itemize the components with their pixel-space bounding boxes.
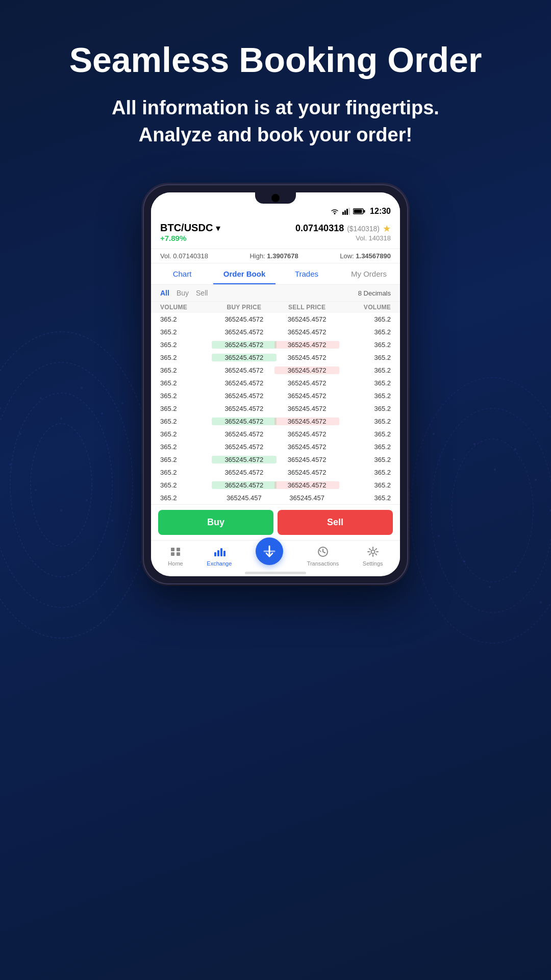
sell-price: 365245.4572 — [276, 392, 338, 400]
buy-price: 365245.4572 — [213, 354, 276, 361]
nav-settings[interactable]: Settings — [363, 545, 383, 567]
order-row[interactable]: 365.2 365245.4572 365245.4572 365.2 — [151, 415, 400, 428]
vol-right: 365.2 — [338, 354, 391, 361]
filter-buy[interactable]: Buy — [177, 289, 189, 297]
buy-button[interactable]: Buy — [158, 510, 273, 535]
battery-icon — [353, 208, 365, 214]
svg-point-4 — [0, 407, 1, 409]
header-vol-left: VOLUME — [160, 304, 213, 311]
nav-exchange[interactable]: Exchange — [207, 545, 232, 567]
svg-point-5 — [19, 433, 21, 435]
favorite-icon[interactable]: ★ — [383, 223, 391, 234]
vol-left: 365.2 — [160, 392, 213, 400]
svg-point-2 — [10, 393, 112, 577]
vol-right: 365.2 — [338, 379, 391, 387]
nav-center-btn[interactable] — [256, 547, 283, 565]
svg-point-18 — [452, 439, 533, 582]
order-row[interactable]: 365.2 365245.4572 365245.4572 365.2 — [151, 389, 400, 402]
price-change: +7.89% — [160, 234, 220, 242]
filter-all[interactable]: All — [160, 289, 169, 297]
sell-price: 365245.4572 — [276, 469, 338, 476]
vol-right: 365.2 — [338, 418, 391, 425]
order-row[interactable]: 365.2 365245.4572 365245.4572 365.2 — [151, 351, 400, 364]
page-header: Seamless Booking Order All information i… — [39, 0, 513, 164]
order-row[interactable]: 365.2 365245.4572 365245.4572 365.2 — [151, 313, 400, 326]
order-table-header: VOLUME BUY PRICE SELL PRICE VOLUME — [151, 302, 400, 313]
buy-price: 365245.4572 — [213, 366, 276, 374]
vol-left: 365.2 — [160, 469, 213, 476]
svg-rect-46 — [223, 551, 226, 556]
decimals-selector[interactable]: 8 Decimals — [358, 289, 391, 297]
vol-left: 365.2 — [160, 328, 213, 336]
tab-trades[interactable]: Trades — [276, 263, 338, 284]
order-row[interactable]: 365.2 365245.4572 365245.4572 365.2 — [151, 364, 400, 377]
vol-left: 365.2 — [160, 379, 213, 387]
pair-label: BTC/USDC — [160, 222, 213, 234]
svg-point-27 — [463, 560, 465, 562]
vol-right: 365.2 — [338, 392, 391, 400]
bg-wave-left — [0, 306, 163, 664]
order-row[interactable]: 365.2 365245.4572 365245.4572 365.2 — [151, 338, 400, 351]
svg-point-26 — [438, 535, 440, 537]
app-stats: Vol. 0.07140318 High: 1.3907678 Low: 1.3… — [151, 249, 400, 263]
vol-right: 365.2 — [338, 494, 391, 502]
svg-point-19 — [433, 433, 435, 435]
nav-transactions-label: Transactions — [307, 560, 339, 567]
order-row[interactable]: 365.2 365245.4572 365245.4572 365.2 — [151, 428, 400, 440]
sell-price: 365245.4572 — [276, 456, 338, 463]
order-row[interactable]: 365.2 365245.4572 365245.4572 365.2 — [151, 377, 400, 389]
volume-label: Vol. 140318 — [295, 234, 391, 242]
buy-price: 365245.4572 — [213, 443, 276, 451]
high-stat: High: 1.3907678 — [249, 252, 298, 260]
vol-right: 365.2 — [338, 405, 391, 412]
svg-rect-44 — [217, 550, 219, 556]
nav-home-label: Home — [168, 560, 183, 567]
buy-price: 365245.4572 — [213, 418, 276, 425]
tab-my-orders[interactable]: My Orders — [338, 263, 400, 284]
svg-point-16 — [411, 378, 551, 643]
phone-container: 12:30 BTC/USDC ▾ +7.89% 0.07140318 — [143, 184, 408, 584]
buy-price: 365245.4572 — [213, 469, 276, 476]
vol-right: 365.2 — [338, 328, 391, 336]
sell-button[interactable]: Sell — [278, 510, 393, 535]
pair-name[interactable]: BTC/USDC ▾ — [160, 222, 220, 234]
svg-point-24 — [535, 479, 537, 481]
filter-sell[interactable]: Sell — [196, 289, 208, 297]
header-vol-right: VOLUME — [338, 304, 391, 311]
page-title: Seamless Booking Order — [69, 41, 482, 79]
buy-price: 365245.4572 — [213, 341, 276, 349]
nav-transactions[interactable]: Transactions — [307, 545, 339, 567]
order-row[interactable]: 365.2 365245.4572 365245.4572 365.2 — [151, 326, 400, 338]
home-icon — [168, 545, 183, 559]
order-row[interactable]: 365.2 365245.457 365245.457 365.2 — [151, 492, 400, 504]
buy-price: 365245.4572 — [213, 430, 276, 438]
sell-price: 365245.4572 — [276, 418, 338, 425]
center-action-icon[interactable] — [256, 537, 283, 565]
tab-order-book[interactable]: Order Book — [213, 263, 276, 284]
sell-price: 365245.4572 — [276, 315, 338, 323]
svg-point-29 — [514, 571, 516, 573]
vol-right: 365.2 — [338, 341, 391, 349]
svg-point-3 — [31, 424, 92, 546]
dropdown-icon[interactable]: ▾ — [216, 223, 220, 234]
order-row[interactable]: 365.2 365245.4572 365245.4572 365.2 — [151, 402, 400, 415]
page-subtitle: All information is at your fingertips. A… — [69, 94, 482, 149]
tab-chart[interactable]: Chart — [151, 263, 213, 284]
buy-price: 365245.4572 — [213, 328, 276, 336]
buy-price: 365245.4572 — [213, 392, 276, 400]
vol-left: 365.2 — [160, 341, 213, 349]
svg-rect-37 — [364, 210, 365, 213]
buy-price: 365245.4572 — [213, 405, 276, 412]
order-row[interactable]: 365.2 365245.4572 365245.4572 365.2 — [151, 479, 400, 492]
svg-point-10 — [121, 402, 123, 404]
svg-point-13 — [60, 509, 62, 511]
order-row[interactable]: 365.2 365245.4572 365245.4572 365.2 — [151, 440, 400, 453]
svg-point-22 — [494, 469, 496, 471]
buy-price: 365245.4572 — [213, 456, 276, 463]
bg-wave-right — [403, 357, 551, 664]
nav-home[interactable]: Home — [168, 545, 183, 567]
order-row[interactable]: 365.2 365245.4572 365245.4572 365.2 — [151, 466, 400, 479]
sell-price: 365245.4572 — [276, 328, 338, 336]
current-price: 0.07140318 — [295, 223, 344, 234]
order-row[interactable]: 365.2 365245.4572 365245.4572 365.2 — [151, 453, 400, 466]
